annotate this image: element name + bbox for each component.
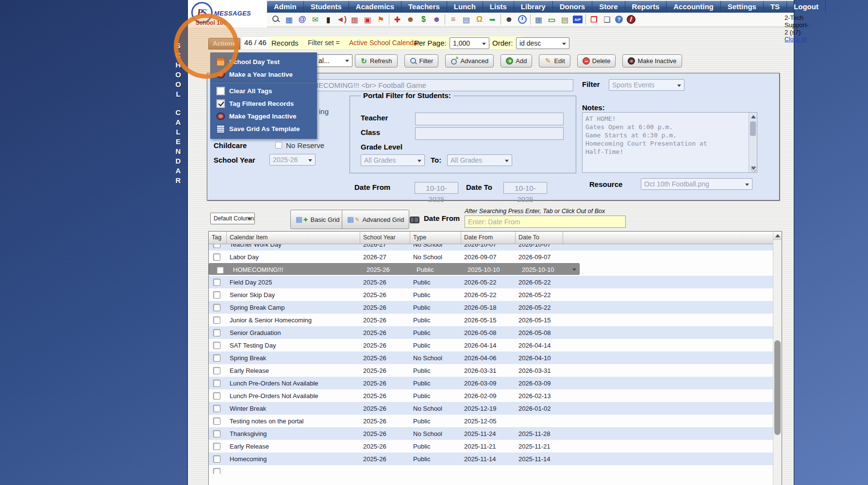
row-checkbox[interactable] xyxy=(213,443,220,450)
calculator-icon[interactable]: ▦ xyxy=(534,14,544,25)
row-checkbox[interactable] xyxy=(213,329,220,336)
megaphone-icon[interactable]: ⚑ xyxy=(376,14,386,25)
table-row[interactable]: Labor Day2026-27No School2026-09-072026-… xyxy=(209,251,773,263)
nav-item-teachers[interactable]: Teachers xyxy=(401,1,447,12)
mobile-phone-icon[interactable]: ▮ xyxy=(323,14,334,25)
table-row[interactable]: Senior Graduation2025-26Public2026-05-08… xyxy=(209,326,773,339)
event-filter-select[interactable]: Sports Events xyxy=(609,79,684,91)
table-row[interactable]: Junior & Senior Homecoming2025-26Public2… xyxy=(209,314,773,326)
date-from-search-input[interactable] xyxy=(465,216,626,228)
nav-item-settings[interactable]: Settings xyxy=(721,1,764,12)
table-row[interactable]: HOMECOMING!!!2025-26Public2025-10-102025… xyxy=(209,263,580,275)
table-row[interactable]: Senior Skip Day2025-26Public2026-05-2220… xyxy=(209,288,773,301)
notes-textarea[interactable]: AT HOME! Gates Open at 6:00 p.m. Game St… xyxy=(582,112,757,173)
table-row[interactable] xyxy=(209,465,773,474)
grid-scroll-thumb[interactable] xyxy=(774,340,781,435)
no-reserve-checkbox[interactable] xyxy=(275,142,282,149)
table-row[interactable]: Early Release2025-26Public2025-11-212025… xyxy=(209,440,773,452)
column-header-type[interactable]: Type xyxy=(410,232,461,244)
notes-scrollbar[interactable] xyxy=(749,113,757,172)
row-checkbox[interactable] xyxy=(213,468,220,474)
row-checkbox[interactable] xyxy=(213,279,220,286)
column-header-date-from[interactable]: Date From xyxy=(461,232,516,244)
row-checkbox[interactable] xyxy=(213,455,220,463)
table-row[interactable]: Thanksgiving2025-26No School2025-11-2420… xyxy=(209,427,773,440)
exit-icon[interactable]: ➥ xyxy=(487,14,498,25)
grid-scrollbar[interactable] xyxy=(773,232,782,485)
row-checkbox[interactable] xyxy=(213,392,220,400)
stop-alert-icon[interactable] xyxy=(626,14,636,25)
row-checkbox[interactable] xyxy=(213,244,220,248)
row-checkbox[interactable] xyxy=(213,304,220,311)
row-checkbox[interactable] xyxy=(213,253,220,261)
alarm-clock-icon[interactable] xyxy=(517,14,527,25)
actions-button[interactable]: Actions xyxy=(208,38,240,50)
class-input[interactable] xyxy=(415,127,564,140)
columns-select[interactable]: Default Columns xyxy=(210,213,255,224)
column-header-school-year[interactable]: School Year xyxy=(360,232,410,244)
person-suit-icon[interactable]: ☻ xyxy=(504,14,514,25)
bell-icon[interactable]: Ω xyxy=(474,14,484,25)
row-checkbox[interactable] xyxy=(213,317,220,324)
schedule-icon[interactable]: ▦ xyxy=(350,14,360,25)
row-checkbox[interactable] xyxy=(213,342,220,349)
resource-select[interactable]: Oct 10th Football.png xyxy=(641,178,752,190)
school-selector[interactable]: School 100 xyxy=(196,19,226,26)
people-icon[interactable]: ☻ xyxy=(432,14,442,25)
nav-item-students[interactable]: Students xyxy=(304,1,349,12)
teacher-input[interactable] xyxy=(415,113,564,125)
row-checkbox[interactable] xyxy=(213,367,220,374)
button-delete[interactable]: Delete xyxy=(577,54,616,67)
menu-item-clear-all-tags[interactable]: Clear All Tags xyxy=(210,84,317,97)
resize-grip-icon[interactable] xyxy=(751,167,756,172)
email-icon[interactable]: @ xyxy=(297,14,307,25)
nav-item-lunch[interactable]: Lunch xyxy=(447,1,483,12)
calendar-icon[interactable]: ▣ xyxy=(363,14,373,25)
cash-register-icon[interactable]: ▤ xyxy=(560,14,570,25)
row-checkbox[interactable] xyxy=(217,267,224,274)
printer-icon[interactable]: ❑ xyxy=(602,14,612,25)
speaker-icon[interactable]: ◄) xyxy=(336,14,347,25)
button-refresh[interactable]: Refresh xyxy=(355,54,398,67)
pdf-icon[interactable]: ❐ xyxy=(589,14,599,25)
button-edit[interactable]: Edit xyxy=(539,54,570,67)
table-row[interactable]: Lunch Pre-Orders Not Available2025-26Pub… xyxy=(209,377,773,389)
date-from-input[interactable]: 10-10-2025 xyxy=(415,182,458,194)
credit-card-icon[interactable]: ▭ xyxy=(547,14,557,25)
grid-scroll-up-icon[interactable] xyxy=(773,232,782,240)
clock-in-link[interactable]: Clock In xyxy=(785,36,809,43)
nav-item-admin[interactable]: Admin xyxy=(267,1,304,12)
date-to-input[interactable]: 10-10-2025 xyxy=(503,182,547,194)
event-title-input[interactable]: HOMECOMING!!! <br> Football Game xyxy=(298,79,573,91)
table-row[interactable]: Lunch Pre-Orders Not Available2025-26Pub… xyxy=(209,389,773,402)
school-year-select[interactable]: 2025-26 xyxy=(269,154,316,166)
help-icon[interactable]: ? xyxy=(615,16,623,23)
row-checkbox[interactable] xyxy=(213,418,220,425)
table-row[interactable]: Teacher Work Day2026-27No School2026-10-… xyxy=(209,244,773,251)
row-checkbox[interactable] xyxy=(213,380,220,387)
grade-from-select[interactable]: All Grades xyxy=(361,154,425,166)
button-filter[interactable]: Filter xyxy=(404,54,439,67)
basic-grid-button[interactable]: ▦✚ Basic Grid xyxy=(290,210,345,229)
calendar-grid-icon[interactable]: ▦ xyxy=(284,14,294,25)
nav-item-ts[interactable]: TS xyxy=(764,1,787,12)
table-row[interactable]: Homecoming2025-26Public2025-11-142025-11… xyxy=(209,452,773,465)
nav-item-store[interactable]: Store xyxy=(592,1,625,12)
table-row[interactable]: Spring Break Camp2025-26Public2026-05-18… xyxy=(209,301,773,314)
grade-to-select[interactable]: All Grades xyxy=(447,154,512,166)
table-row[interactable]: Spring Break2025-26No School2026-04-0620… xyxy=(209,351,773,364)
nurse-icon[interactable]: ✚ xyxy=(392,14,402,25)
accounts-payable-icon[interactable]: A/P xyxy=(573,16,583,23)
per-page-select[interactable]: 1,000 xyxy=(450,37,489,49)
nav-item-reports[interactable]: Reports xyxy=(625,1,667,12)
table-row[interactable]: SAT Testing Day2025-26Public2026-04-1420… xyxy=(209,339,773,351)
menu-item-tag-filtered-records[interactable]: Tag Filtered Records xyxy=(210,97,317,110)
nav-item-lists[interactable]: Lists xyxy=(483,1,514,12)
nav-item-library[interactable]: Library xyxy=(514,1,553,12)
table-row[interactable]: Early Release2025-26Public2026-03-312026… xyxy=(209,364,773,377)
lunch-icon[interactable]: ≡ xyxy=(448,14,458,25)
column-header-date-to[interactable]: Date To xyxy=(516,232,563,244)
table-row[interactable]: Field Day 20252025-26Public2026-05-22202… xyxy=(209,276,773,288)
nav-item-logout[interactable]: Logout xyxy=(787,1,826,12)
table-row[interactable]: Testing notes on the portal2025-26Public… xyxy=(209,415,773,427)
